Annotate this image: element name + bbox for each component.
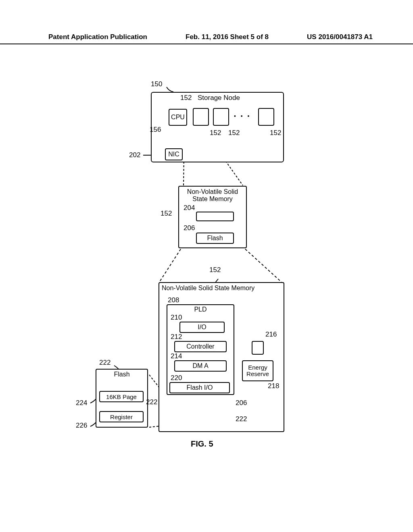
register-box: Register <box>99 411 144 422</box>
ref-156: 156 <box>150 126 161 134</box>
slot-2 <box>213 108 229 126</box>
controller-label: Controller <box>186 343 214 350</box>
header-left: Patent Application Publication <box>48 33 147 41</box>
nic-label: NIC <box>168 151 179 158</box>
ref-206-big: 206 <box>236 399 247 407</box>
cpu-label: CPU <box>171 114 185 121</box>
slot-1 <box>193 108 209 126</box>
ref-210: 210 <box>171 314 182 322</box>
page-label: 16KB Page <box>106 393 137 400</box>
ref-226: 226 <box>76 422 87 430</box>
storage-node-title: Storage Node <box>198 94 240 102</box>
pld-label: PLD <box>194 306 206 313</box>
flashio-box: Flash I/O <box>169 382 230 393</box>
nic-box: NIC <box>165 148 183 160</box>
dots: • • • <box>234 113 251 119</box>
ref-152-big: 152 <box>209 266 221 274</box>
energy-label: Energy Reserve <box>243 364 273 378</box>
ref-220: 220 <box>171 374 182 382</box>
dma-box: DM A <box>174 360 227 372</box>
header-right: US 2016/0041873 A1 <box>307 33 373 41</box>
ref-212: 212 <box>171 333 182 341</box>
ref-214: 214 <box>171 352 182 360</box>
dma-label: DM A <box>192 362 208 370</box>
nvssm-mid-title: Non-Volatile Solid State Memory <box>179 188 246 203</box>
flashio-label: Flash I/O <box>187 384 213 391</box>
io-label: I/O <box>198 324 206 331</box>
figure-caption: FIG. 5 <box>191 439 213 449</box>
ref-152-titlenum: 152 <box>180 94 192 102</box>
ref-204: 204 <box>184 204 195 212</box>
page-box: 16KB Page <box>99 391 144 402</box>
flash-left-label: Flash <box>114 371 129 378</box>
ref-150: 150 <box>151 80 162 88</box>
controller-box: Controller <box>174 341 227 352</box>
ref-152b: 152 <box>228 129 240 137</box>
header-center: Feb. 11, 2016 Sheet 5 of 8 <box>186 33 269 41</box>
cpu-box: CPU <box>169 109 187 126</box>
io-box: I/O <box>179 322 225 333</box>
ref-222-big: 222 <box>236 415 247 423</box>
ref-216: 216 <box>265 330 277 339</box>
ref-208: 208 <box>168 296 179 304</box>
page-header: Patent Application Publication Feb. 11, … <box>0 33 413 44</box>
ref-152-mid: 152 <box>161 210 172 218</box>
box-216 <box>252 341 264 355</box>
mid-flash-label: Flash <box>207 235 223 242</box>
ref-206: 206 <box>184 224 195 232</box>
mid-flash-box: Flash <box>196 233 234 244</box>
diagram-svg <box>0 0 413 532</box>
ref-152c: 152 <box>270 129 281 137</box>
ref-202: 202 <box>129 151 140 159</box>
ref-224: 224 <box>76 399 87 407</box>
slot-3 <box>258 108 274 126</box>
ref-222-left: 222 <box>99 359 111 367</box>
energy-box: Energy Reserve <box>242 360 273 381</box>
ref-152a: 152 <box>210 129 221 137</box>
ref-218: 218 <box>268 382 279 390</box>
ref-222b: 222 <box>146 398 157 406</box>
mid-inner-204 <box>196 212 234 221</box>
nvssm-big-title: Non-Volatile Solid State Memory <box>162 285 254 292</box>
register-label: Register <box>110 414 133 420</box>
